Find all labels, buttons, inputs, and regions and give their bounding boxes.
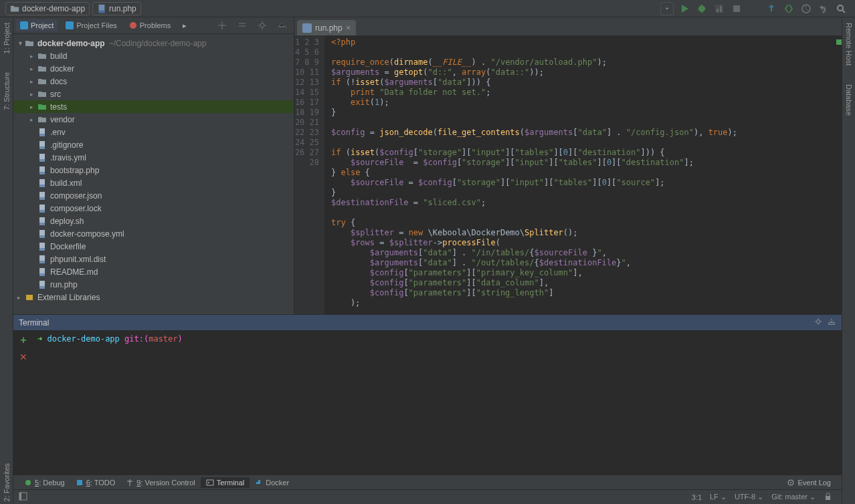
editor-gutter: 1 2 3 4 5 6 7 8 9 10 11 12 13 14 15 16 1…	[294, 35, 324, 314]
breadcrumb-file[interactable]: run.php	[92, 2, 141, 15]
editor-tabs: run.php ×	[294, 17, 842, 35]
tool-project[interactable]: 1: Project	[3, 20, 11, 56]
tree-file[interactable]: docker-compose.yml	[13, 227, 294, 240]
tree-file[interactable]: .travis.yml	[13, 151, 294, 164]
run-icon[interactable]	[678, 2, 691, 15]
tree-file-label: Dockerfile	[50, 242, 86, 251]
close-icon[interactable]: ×	[346, 23, 351, 33]
tab-project[interactable]: Project	[16, 19, 58, 31]
editor-body[interactable]: 1 2 3 4 5 6 7 8 9 10 11 12 13 14 15 16 1…	[294, 35, 842, 314]
vcs-commit-icon[interactable]	[782, 2, 795, 15]
collapse-all-icon[interactable]	[235, 19, 249, 32]
tree-file[interactable]: bootstrap.php	[13, 164, 294, 176]
btab-docker[interactable]: Docker	[250, 477, 294, 488]
tree-file[interactable]: README.md	[13, 265, 294, 278]
status-git-branch[interactable]: Git: master ⌄	[767, 493, 820, 501]
editor-tab-runphp[interactable]: run.php ×	[297, 20, 356, 35]
tool-database[interactable]: Database	[845, 82, 853, 118]
tree-folder-docs[interactable]: ▸docs	[13, 75, 294, 88]
terminal-content[interactable]: ➜ docker-demo-app git:(master)	[33, 330, 842, 475]
svg-rect-1	[99, 10, 105, 13]
tree-file-label: .env	[50, 128, 66, 137]
close-session-icon[interactable]: ✕	[19, 352, 27, 362]
search-everywhere-icon[interactable]	[834, 2, 848, 15]
vcs-history-icon[interactable]	[799, 2, 813, 15]
tree-file[interactable]: run.php	[13, 278, 294, 291]
tree-folder-label: vendor	[50, 115, 75, 124]
status-caret-pos[interactable]: 3:1	[688, 493, 706, 501]
tree-file[interactable]: phpunit.xml.dist	[13, 253, 294, 265]
svg-rect-27	[77, 480, 82, 485]
tab-more-arrow[interactable]: ▸	[179, 19, 191, 32]
svg-rect-23	[26, 295, 33, 300]
tab-problems-label: Problems	[140, 21, 171, 29]
tree-file[interactable]: composer.json	[13, 189, 294, 202]
debug-icon[interactable]	[695, 2, 708, 15]
tree-folder-build[interactable]: ▸build	[13, 49, 294, 62]
inspection-indicator[interactable]	[836, 39, 842, 45]
svg-rect-30	[258, 482, 260, 484]
svg-point-9	[260, 23, 264, 27]
terminal-git-label: git:(	[124, 334, 149, 344]
project-panel-tabs: Project Project Files Problems ▸	[13, 17, 294, 34]
tree-folder-vendor[interactable]: ▸vendor	[13, 113, 294, 126]
tree-file-label: docker-compose.yml	[50, 229, 124, 239]
navigation-bar: docker-demo-app run.php	[0, 0, 855, 17]
svg-rect-31	[258, 480, 260, 482]
terminal-settings-icon[interactable]	[814, 317, 823, 328]
tab-problems[interactable]: Problems	[125, 19, 175, 31]
tab-project-files[interactable]: Project Files	[62, 19, 121, 31]
tree-file[interactable]: composer.lock	[13, 202, 294, 215]
new-session-icon[interactable]: +	[20, 334, 26, 346]
svg-rect-24	[302, 23, 312, 33]
btab-terminal-label: Terminal	[217, 479, 245, 487]
btab-vcs[interactable]: 9: Version Control	[120, 477, 200, 488]
tree-folder-tests[interactable]: ▸tests	[13, 100, 294, 113]
vcs-revert-icon[interactable]	[817, 2, 830, 15]
tree-file[interactable]: deploy.sh	[13, 215, 294, 227]
status-line-ending[interactable]: LF ⌄	[706, 493, 731, 501]
scroll-from-source-icon[interactable]	[215, 19, 229, 32]
stop-icon[interactable]	[730, 2, 743, 15]
tree-file-label: run.php	[50, 280, 78, 289]
terminal-hide-icon[interactable]	[827, 317, 836, 328]
tree-file-label: phpunit.xml.dist	[50, 255, 106, 264]
tree-file-label: .gitignore	[50, 140, 83, 150]
tree-file[interactable]: build.xml	[13, 176, 294, 189]
tree-file[interactable]: .gitignore	[13, 138, 294, 151]
run-config-dropdown[interactable]	[660, 2, 674, 15]
svg-point-5	[838, 5, 843, 11]
coverage-icon[interactable]	[712, 2, 726, 15]
editor-code[interactable]: <?php require_once(dirname(__FILE__) . "…	[324, 35, 842, 314]
tool-remote-host[interactable]: Remote Host	[845, 20, 853, 68]
tree-folder-docker[interactable]: ▸docker	[13, 62, 294, 75]
tree-external-libs[interactable]: ▸ External Libraries	[13, 291, 294, 303]
settings-icon[interactable]	[256, 19, 269, 32]
project-tree[interactable]: ▼ docker-demo-app ~/Coding/docker-demo-a…	[13, 34, 294, 314]
tree-folder-label: build	[50, 51, 67, 61]
tool-structure[interactable]: 7: Structure	[3, 70, 11, 113]
breadcrumb-project-label: docker-demo-app	[22, 4, 85, 13]
tree-file-label: build.xml	[50, 178, 82, 188]
svg-rect-7	[66, 21, 74, 29]
tree-file[interactable]: .env	[13, 126, 294, 138]
btab-event-log[interactable]: Event Log	[781, 477, 836, 488]
btab-terminal[interactable]: Terminal	[201, 477, 250, 488]
btab-debug[interactable]: 5: Debug	[19, 477, 70, 488]
status-encoding[interactable]: UTF-8 ⌄	[731, 493, 767, 501]
tree-root-label: docker-demo-app	[37, 39, 105, 48]
btab-todo[interactable]: 6: TODO	[70, 477, 121, 488]
breadcrumb-project[interactable]: docker-demo-app	[5, 2, 90, 15]
status-lock-icon[interactable]	[820, 492, 836, 502]
terminal-header[interactable]: Terminal	[13, 315, 842, 330]
status-toggle-icon[interactable]	[19, 492, 27, 502]
svg-rect-29	[256, 482, 258, 484]
vcs-update-icon[interactable]	[765, 2, 778, 15]
terminal-dir: docker-demo-app	[47, 334, 119, 344]
tree-file-label: .travis.yml	[50, 153, 86, 162]
tree-file[interactable]: Dockerfile	[13, 240, 294, 253]
tool-favorites[interactable]: 2: Favorites	[3, 461, 11, 504]
tree-folder-src[interactable]: ▸src	[13, 88, 294, 100]
tree-root[interactable]: ▼ docker-demo-app ~/Coding/docker-demo-a…	[13, 37, 294, 49]
hide-icon[interactable]	[276, 19, 289, 32]
